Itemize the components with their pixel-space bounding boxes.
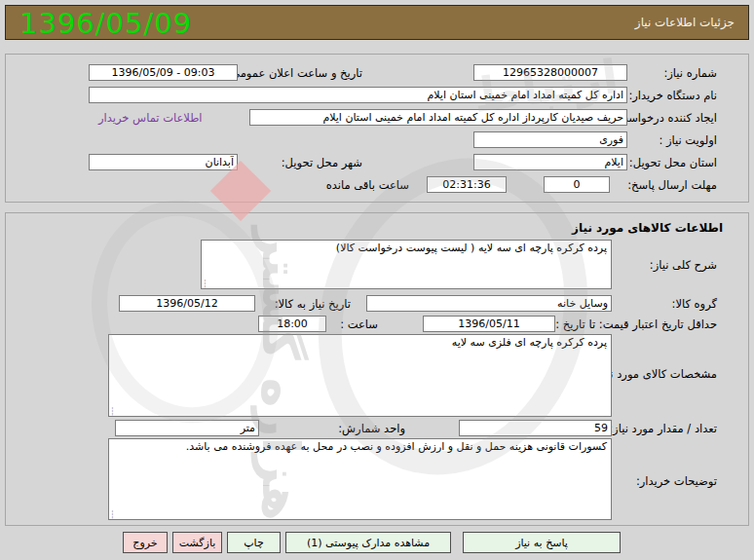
view-attachments-button[interactable]: مشاهده مدارک پیوستی (1): [285, 532, 451, 553]
goods-group-label: گروه کالا:: [672, 297, 717, 311]
request-creator-field[interactable]: [249, 109, 627, 126]
goods-section-title: اطلاعات کالاهای مورد نیاز: [572, 221, 723, 235]
city-field[interactable]: [89, 154, 238, 170]
price-validity-date-field[interactable]: [423, 316, 555, 332]
qty-field[interactable]: [459, 420, 612, 436]
unit-field[interactable]: [115, 420, 259, 436]
buyer-org-field[interactable]: [89, 87, 627, 103]
page-title: جزئیات اطلاعات نیاز: [635, 16, 735, 29]
unit-label: واحد شمارش:: [338, 422, 405, 435]
reply-deadline-label: مهلت ارسال پاسخ:: [627, 178, 717, 192]
print-button[interactable]: چاپ: [227, 532, 281, 553]
deadline-days-field[interactable]: [544, 176, 610, 193]
announce-datetime-field[interactable]: [89, 64, 238, 81]
general-desc-label: شرح کلی نیاز:: [650, 258, 717, 272]
need-date-field[interactable]: [119, 295, 255, 312]
general-desc-textarea[interactable]: پرده کرکره پارچه ای سه لایه ( لیست پیوست…: [201, 240, 612, 289]
goods-info-panel: اطلاعات کالاهای مورد نیاز شرح کلی نیاز: …: [5, 212, 749, 526]
reply-to-need-button[interactable]: پاسخ به نیاز: [463, 532, 621, 553]
hour-field[interactable]: [258, 316, 326, 332]
priority-field[interactable]: [473, 131, 627, 148]
header-bar: جزئیات اطلاعات نیاز 1396/05/09: [5, 5, 749, 40]
priority-label: اولویت نیاز :: [659, 133, 717, 147]
deadline-time-suffix: ساعت باقی مانده: [326, 178, 409, 192]
buyer-notes-textarea[interactable]: کسورات قانونی هزینه حمل و نقل و ارزش افز…: [108, 438, 612, 520]
qty-label: تعداد / مقدار مورد نیاز:: [609, 422, 717, 435]
header-date: 1396/05/09: [19, 7, 192, 40]
need-date-label: تاریخ نیاز به کالا:: [275, 297, 351, 311]
buyer-notes-label: توضیحات خریدار:: [636, 474, 717, 488]
hour-label: ساعت :: [340, 317, 378, 331]
announce-datetime-label: تاریخ و ساعت اعلان عمومی:: [227, 66, 362, 80]
spec-textarea[interactable]: پرده کرکره پارچه ای فلزی سه لایه: [108, 334, 612, 417]
exit-button[interactable]: خروج: [123, 532, 168, 553]
goods-group-field[interactable]: [366, 295, 612, 312]
buyer-org-label: نام دستگاه خریدار:: [628, 89, 717, 102]
price-validity-label: حداقل تاریخ اعتبار قیمت: تا تاریخ :: [555, 317, 717, 331]
city-label: شهر محل تحویل:: [282, 156, 362, 169]
back-button[interactable]: بازگشت: [172, 532, 222, 553]
spec-label: مشخصات کالای مورد نیاز:: [594, 367, 717, 381]
need-info-panel: شماره نیاز: تاریخ و ساعت اعلان عمومی: نا…: [5, 54, 749, 203]
need-number-field[interactable]: [473, 64, 627, 81]
province-label: استان محل تحویل:: [629, 156, 717, 169]
deadline-time-field[interactable]: [427, 176, 507, 193]
need-number-label: شماره نیاز:: [663, 66, 717, 80]
province-field[interactable]: [473, 154, 627, 170]
request-creator-label: ایجاد کننده درخواست:: [614, 111, 717, 125]
buyer-contact-link[interactable]: اطلاعات تماس خریدار: [98, 111, 203, 125]
page: جزئیات اطلاعات نیاز 1396/05/09 شماره نیا…: [0, 0, 754, 560]
